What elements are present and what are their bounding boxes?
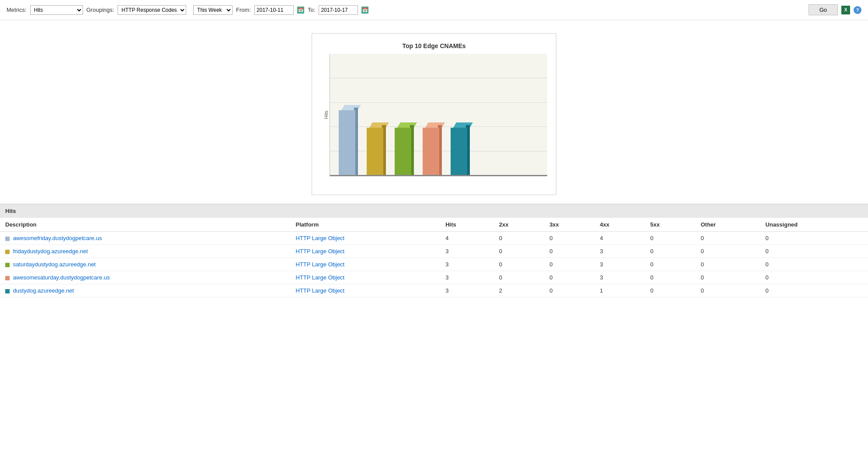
from-input[interactable] [254,5,294,15]
cell-5xx: 0 [645,258,695,271]
description-link[interactable]: saturdaydustydog.azureedge.net [13,261,96,268]
col-5xx: 5xx [645,218,695,232]
cell-4xx: 3 [595,245,645,258]
cell-unassigned: 0 [760,258,868,271]
cell-platform[interactable]: HTTP Large Object [290,232,440,245]
bar-2: fridaydustydog.azureedge.net [367,122,386,175]
col-4xx: 4xx [595,218,645,232]
cell-3xx: 0 [544,271,594,284]
table-header-row: Description Platform Hits 2xx 3xx 4xx 5x… [0,218,868,232]
cell-5xx: 0 [645,232,695,245]
bars-wrapper: awesomefriday.dustydogpetcare.us fridayd… [339,54,470,175]
table-section-title: Hits [0,204,868,218]
bar-5: dustydog.azureedge.net [451,122,470,175]
cell-unassigned: 0 [760,271,868,284]
cell-description[interactable]: fridaydustydog.azureedge.net [0,245,290,258]
description-link[interactable]: awesomefriday.dustydogpetcare.us [13,235,102,241]
cell-4xx: 3 [595,271,645,284]
table-row: dustydog.azureedge.net HTTP Large Object… [0,284,868,297]
cell-platform[interactable]: HTTP Large Object [290,258,440,271]
col-platform: Platform [290,218,440,232]
cell-platform[interactable]: HTTP Large Object [290,245,440,258]
cell-platform[interactable]: HTTP Large Object [290,271,440,284]
cell-unassigned: 0 [760,245,868,258]
cell-5xx: 0 [645,284,695,297]
table-row: awesomefriday.dustydogpetcare.us HTTP La… [0,232,868,245]
description-link[interactable]: awesomesaturday.dustydogpetcare.us [13,274,110,281]
cell-hits: 4 [440,232,494,245]
cell-3xx: 0 [544,245,594,258]
cell-other: 0 [695,284,760,297]
cell-description[interactable]: awesomesaturday.dustydogpetcare.us [0,271,290,284]
go-button[interactable]: Go [809,4,838,15]
groupings-select[interactable]: HTTP Response Codes Cache Status HTTP Me… [118,5,186,15]
platform-link[interactable]: HTTP Large Object [295,261,344,268]
col-unassigned: Unassigned [760,218,868,232]
cell-description[interactable]: saturdaydustydog.azureedge.net [0,258,290,271]
cell-unassigned: 0 [760,284,868,297]
cell-5xx: 0 [645,245,695,258]
cell-2xx: 0 [494,271,544,284]
row-color-indicator [5,237,10,241]
col-2xx: 2xx [494,218,544,232]
cell-hits: 3 [440,245,494,258]
chart-container: Top 10 Edge CNAMEs Hits [0,20,868,204]
cell-2xx: 0 [494,258,544,271]
table-row: awesomesaturday.dustydogpetcare.us HTTP … [0,271,868,284]
row-color-indicator [5,289,10,293]
col-other: Other [695,218,760,232]
platform-link[interactable]: HTTP Large Object [295,274,344,281]
cell-3xx: 0 [544,258,594,271]
from-calendar-icon[interactable]: 📅 [297,7,304,14]
col-description: Description [0,218,290,232]
controls-bar: Metrics: Hits Data Transferred Groupings… [0,0,868,20]
cell-platform[interactable]: HTTP Large Object [290,284,440,297]
col-hits: Hits [440,218,494,232]
table-row: fridaydustydog.azureedge.net HTTP Large … [0,245,868,258]
platform-link[interactable]: HTTP Large Object [295,248,344,255]
platform-link[interactable]: HTTP Large Object [295,235,344,241]
cell-hits: 3 [440,284,494,297]
cell-hits: 3 [440,271,494,284]
bar-1: awesomefriday.dustydogpetcare.us [339,105,358,175]
chart-title: Top 10 Edge CNAMEs [321,42,547,49]
cell-4xx: 4 [595,232,645,245]
to-input[interactable] [319,5,358,15]
cell-description[interactable]: dustydog.azureedge.net [0,284,290,297]
cell-2xx: 0 [494,245,544,258]
cell-description[interactable]: awesomefriday.dustydogpetcare.us [0,232,290,245]
cell-other: 0 [695,232,760,245]
table-row: saturdaydustydog.azureedge.net HTTP Larg… [0,258,868,271]
from-label: From: [236,7,251,13]
chart-box: Top 10 Edge CNAMEs Hits [312,33,556,195]
cell-other: 0 [695,245,760,258]
cell-other: 0 [695,271,760,284]
bar-4: awesomesaturday.dustydogpetcare.us [423,122,442,175]
col-3xx: 3xx [544,218,594,232]
bar-3: saturdaydustydog.azureedge.net [395,122,414,175]
bars-area: awesomefriday.dustydogpetcare.us fridayd… [330,54,547,176]
y-axis-label: Hits [321,54,330,176]
row-color-indicator [5,250,10,254]
cell-2xx: 0 [494,232,544,245]
cell-4xx: 3 [595,258,645,271]
platform-link[interactable]: HTTP Large Object [295,287,344,294]
cell-3xx: 0 [544,232,594,245]
cell-4xx: 1 [595,284,645,297]
period-select[interactable]: This Week Last Week This Month Last Mont… [193,5,233,15]
description-link[interactable]: dustydog.azureedge.net [13,287,74,294]
groupings-label: Groupings: [87,7,115,13]
metrics-select[interactable]: Hits Data Transferred [30,5,83,15]
cell-3xx: 0 [544,284,594,297]
excel-icon[interactable]: X [841,6,850,14]
description-link[interactable]: fridaydustydog.azureedge.net [13,248,88,255]
cell-2xx: 2 [494,284,544,297]
data-table: Description Platform Hits 2xx 3xx 4xx 5x… [0,218,868,297]
row-color-indicator [5,276,10,280]
cell-unassigned: 0 [760,232,868,245]
cell-hits: 3 [440,258,494,271]
metrics-label: Metrics: [7,7,27,13]
to-calendar-icon[interactable]: 📅 [361,7,368,14]
help-icon[interactable]: ? [854,6,861,14]
row-color-indicator [5,263,10,267]
